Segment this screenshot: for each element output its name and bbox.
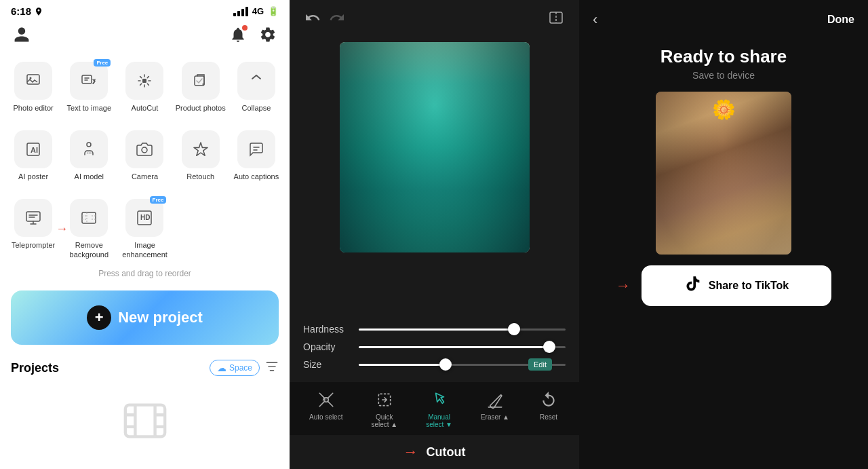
tool-photo-editor[interactable]: Photo editor xyxy=(5,55,61,118)
drag-hint: Press and drag to reorder xyxy=(0,267,290,284)
notification-dot xyxy=(242,25,248,31)
tool-retouch[interactable]: Retouch xyxy=(173,124,229,187)
tool-collapse-icon-box xyxy=(237,62,275,100)
edit-badge[interactable]: Edit xyxy=(528,358,552,371)
size-fill xyxy=(359,364,446,366)
preview-figure: 🌼 xyxy=(656,92,791,255)
auto-select-icon: AI xyxy=(315,389,337,411)
size-thumb[interactable] xyxy=(439,358,452,371)
hardness-slider-row: Hardness xyxy=(303,324,566,335)
tool-collapse[interactable]: Collapse xyxy=(229,55,284,118)
tool-collapse-label: Collapse xyxy=(241,104,271,113)
tool-teleprompter[interactable]: Teleprompter xyxy=(5,192,61,264)
tool-remove-background[interactable]: → Remove background xyxy=(61,192,117,264)
edit-image xyxy=(340,42,530,252)
location-icon xyxy=(34,7,43,16)
profile-icon[interactable] xyxy=(11,24,33,45)
space-button[interactable]: ☁ Space xyxy=(210,360,260,376)
tool-text-to-image[interactable]: Free Text to image xyxy=(61,55,117,118)
tool-camera[interactable]: Camera xyxy=(117,124,172,187)
tool-autocut[interactable]: AutoCut xyxy=(117,55,172,118)
middle-panel: Hardness Opacity Size Edit xyxy=(290,0,579,469)
svg-rect-13 xyxy=(125,405,164,436)
new-project-label: New project xyxy=(118,309,203,326)
quick-select-tool[interactable]: Quickselect ▲ xyxy=(371,389,397,428)
opacity-slider-row: Opacity xyxy=(303,341,566,352)
back-button[interactable]: ‹ xyxy=(593,11,597,29)
eraser-tool[interactable]: Eraser ▲ xyxy=(481,389,509,428)
tool-remove-bg-label: Remove background xyxy=(64,241,114,259)
cutout-label[interactable]: Cutout xyxy=(427,445,466,459)
tool-product-photos[interactable]: Product photos xyxy=(173,55,229,118)
reset-tool[interactable]: Reset xyxy=(538,389,559,428)
tool-ai-model-label: AI model xyxy=(75,172,104,181)
quick-select-icon xyxy=(374,389,395,411)
redo-button[interactable] xyxy=(325,5,349,30)
film-icon xyxy=(0,377,290,465)
tool-autocut-label: AutoCut xyxy=(132,104,159,113)
cutout-section: → Cutout xyxy=(290,435,579,469)
status-time: 6:18 xyxy=(11,5,43,17)
preview-image: 🌼 xyxy=(656,92,791,255)
auto-select-tool[interactable]: AI Auto select xyxy=(309,389,342,428)
size-slider-row: Size Edit xyxy=(303,359,566,370)
share-to-tiktok-button[interactable]: Share to TikTok xyxy=(642,265,831,306)
projects-title: Projects xyxy=(11,361,59,375)
manual-select-tool[interactable]: Manualselect ▼ xyxy=(426,389,452,428)
projects-section: Projects ☁ Space xyxy=(0,352,290,377)
top-icons-row xyxy=(0,20,290,52)
tool-text-image-icon-box: Free xyxy=(70,62,108,100)
svg-rect-2 xyxy=(82,75,92,83)
done-button[interactable]: Done xyxy=(827,14,854,26)
hardness-thumb[interactable] xyxy=(508,323,520,335)
hardness-track[interactable] xyxy=(359,329,566,331)
svg-point-8 xyxy=(142,147,147,153)
tiktok-arrow-icon: → xyxy=(616,277,631,295)
projects-header: Projects ☁ Space xyxy=(11,360,279,377)
signal-bars xyxy=(233,7,248,16)
tool-ai-model[interactable]: AI AI model xyxy=(61,124,117,187)
tool-image-enhancement[interactable]: Free HD Image enhancement xyxy=(117,192,172,264)
tool-product-photos-label: Product photos xyxy=(176,104,226,113)
manual-select-icon xyxy=(429,389,450,411)
new-project-button[interactable]: + New project xyxy=(11,290,279,345)
opacity-track[interactable] xyxy=(359,346,566,348)
share-header: ‹ Done xyxy=(579,0,868,39)
tool-camera-icon-box xyxy=(125,130,163,168)
tool-auto-captions-label: Auto captions xyxy=(234,172,279,181)
opacity-fill xyxy=(359,346,549,348)
share-title: Ready to share xyxy=(660,46,787,67)
sliders-section: Hardness Opacity Size Edit xyxy=(290,318,579,382)
svg-rect-10 xyxy=(82,212,96,223)
svg-text:HD: HD xyxy=(140,214,150,221)
tiktok-share-label: Share to TikTok xyxy=(709,280,789,292)
battery-icon: 🔋 xyxy=(268,6,279,16)
free-badge: Free xyxy=(94,59,111,67)
settings-icon[interactable] xyxy=(257,24,279,45)
undo-button[interactable] xyxy=(300,5,325,30)
manual-select-label: Manualselect ▼ xyxy=(426,413,452,428)
opacity-thumb[interactable] xyxy=(543,341,555,353)
compare-button[interactable] xyxy=(544,5,568,30)
quick-select-label: Quickselect ▲ xyxy=(371,413,397,428)
status-bar: 6:18 4G 🔋 xyxy=(0,0,290,20)
svg-rect-3 xyxy=(142,79,146,83)
hardness-label: Hardness xyxy=(303,324,351,335)
tool-ai-poster-icon-box: AI xyxy=(14,130,52,168)
svg-point-1 xyxy=(30,77,32,79)
filter-icon[interactable] xyxy=(265,360,279,377)
hardness-fill xyxy=(359,329,514,331)
tool-photo-editor-icon-box xyxy=(14,62,52,100)
tool-ai-poster-label: AI poster xyxy=(18,172,48,181)
share-subtitle: Save to device xyxy=(692,70,755,81)
tool-autocut-icon-box xyxy=(125,62,163,100)
svg-rect-0 xyxy=(27,75,39,84)
notification-icon[interactable] xyxy=(227,24,249,45)
space-label: Space xyxy=(229,363,252,373)
tool-retouch-label: Retouch xyxy=(186,172,214,181)
tool-auto-captions[interactable]: Auto captions xyxy=(229,124,284,187)
free-badge-2: Free xyxy=(150,196,167,204)
tool-retouch-icon-box xyxy=(182,130,220,168)
tool-ai-poster[interactable]: AI AI poster xyxy=(5,124,61,187)
flower-accent: 🌼 xyxy=(712,98,736,121)
